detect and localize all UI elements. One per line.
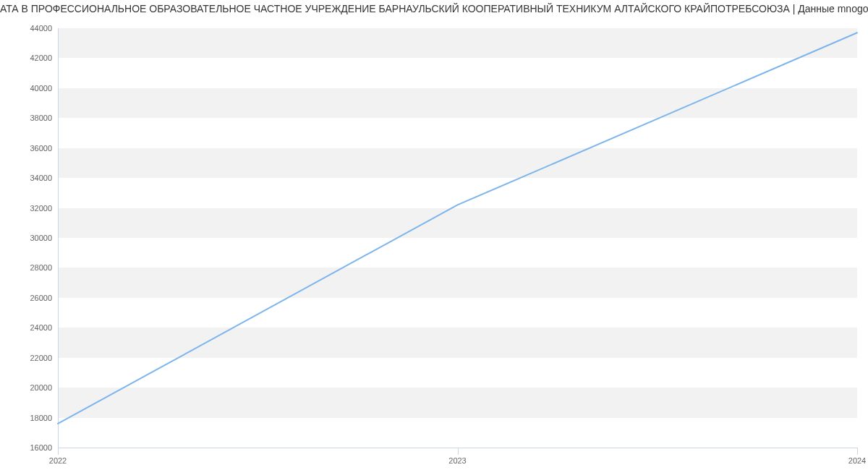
plot-area: 1600018000200002200024000260002800030000… [58, 28, 857, 448]
y-tick-label: 44000 [30, 24, 58, 33]
y-tick-label: 28000 [30, 263, 58, 272]
x-tick-mark [857, 448, 858, 455]
y-tick-label: 26000 [30, 294, 58, 302]
x-tick-label: 2022 [49, 456, 67, 465]
y-tick-label: 16000 [30, 443, 58, 452]
y-tick-label: 24000 [30, 323, 58, 332]
data-series [58, 28, 857, 448]
x-tick-mark [58, 448, 59, 455]
x-tick-mark [458, 448, 459, 455]
line-chart: АТА В ПРОФЕССИОНАЛЬНОЕ ОБРАЗОВАТЕЛЬНОЕ Ч… [0, 0, 868, 470]
chart-title: АТА В ПРОФЕССИОНАЛЬНОЕ ОБРАЗОВАТЕЛЬНОЕ Ч… [0, 3, 868, 14]
y-tick-label: 42000 [30, 54, 58, 62]
y-tick-label: 38000 [30, 114, 58, 122]
y-tick-label: 20000 [30, 383, 58, 392]
y-tick-label: 32000 [30, 204, 58, 213]
y-tick-label: 34000 [30, 174, 58, 182]
series-line [58, 33, 857, 424]
y-tick-label: 40000 [30, 84, 58, 93]
y-tick-label: 30000 [30, 234, 58, 242]
y-tick-label: 22000 [30, 354, 58, 362]
x-tick-label: 2023 [448, 456, 466, 465]
x-tick-label: 2024 [848, 456, 866, 465]
y-tick-label: 36000 [30, 144, 58, 153]
y-tick-label: 18000 [30, 414, 58, 422]
